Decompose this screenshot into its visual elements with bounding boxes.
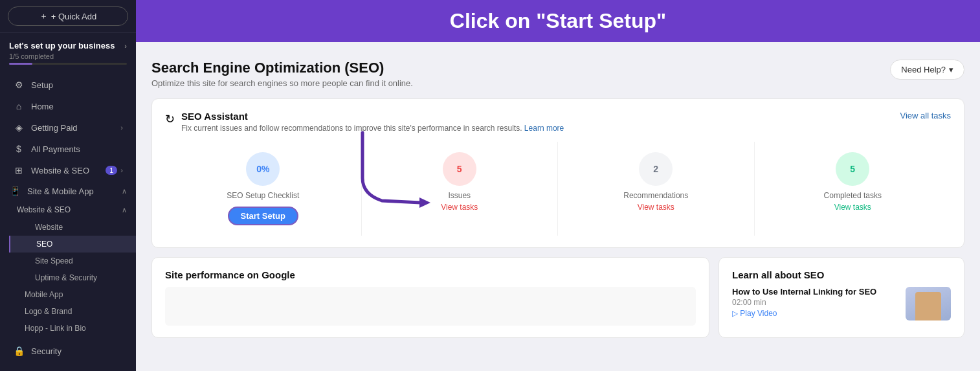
annotation-text: Click on "Start Setup": [450, 9, 666, 32]
progress-text: 1/5 completed: [9, 52, 127, 60]
video-item: How to Use Internal Linking for SEO 02:0…: [732, 287, 951, 320]
page-title: Search Engine Optimization (SEO): [151, 60, 413, 76]
stat-label-recommendations: Recommendations: [623, 191, 688, 200]
chevron-down-icon: ▾: [949, 65, 953, 74]
need-help-label: Need Help?: [901, 65, 946, 74]
view-tasks-completed-link[interactable]: View tasks: [834, 203, 871, 212]
progress-bar: [9, 63, 127, 65]
apps-icon: ⊞: [13, 165, 25, 175]
annotation-banner: Click on "Start Setup": [136, 0, 980, 42]
bottom-row: Site performance on Google Learn all abo…: [151, 257, 964, 347]
sidebar-item-uptime-security[interactable]: Uptime & Security: [9, 269, 136, 286]
stat-value-completed: 5: [850, 164, 855, 174]
stat-label-completed: Completed tasks: [824, 191, 882, 200]
seo-assistant-title: SEO Assistant: [181, 111, 564, 122]
sidebar-item-logo-brand[interactable]: Logo & Brand: [0, 303, 136, 320]
setup-label: Setup: [31, 80, 53, 90]
stat-item-completed: 5 Completed tasks View tasks: [755, 142, 952, 236]
stats-row: 0% SEO Setup Checklist Start Setup 5 Iss…: [165, 142, 951, 236]
quick-add-label: + Quick Add: [51, 12, 96, 21]
site-performance-title: Site performance on Google: [165, 269, 696, 280]
chevron-up-icon: ∧: [122, 206, 127, 214]
getting-paid-icon: ◈: [13, 122, 25, 133]
view-all-tasks-link[interactable]: View all tasks: [900, 111, 951, 120]
sidebar-item-mobile-app[interactable]: Mobile App: [0, 286, 136, 303]
site-mobile-label: Site & Mobile App: [27, 186, 94, 196]
play-video-link[interactable]: ▷ Play Video: [732, 309, 899, 318]
page-title-group: Search Engine Optimization (SEO) Optimiz…: [151, 60, 413, 88]
setup-icon: ⚙: [13, 80, 25, 90]
stat-value-issues: 5: [457, 164, 462, 174]
getting-paid-label: Getting Paid: [31, 123, 78, 133]
site-performance-card: Site performance on Google: [151, 257, 709, 338]
home-label: Home: [31, 102, 54, 111]
payments-icon: $: [13, 144, 25, 154]
stat-label-issues: Issues: [448, 191, 471, 200]
stat-item-issues: 5 Issues View tasks: [362, 142, 559, 236]
seo-assistant-card: ↻ SEO Assistant Fix current issues and f…: [151, 98, 964, 248]
need-help-button[interactable]: Need Help? ▾: [890, 60, 964, 80]
video-duration: 02:00 min: [732, 298, 899, 307]
page-header: Search Engine Optimization (SEO) Optimiz…: [151, 60, 964, 88]
sidebar-nav: ⚙ Setup ⌂ Home ◈ Getting Paid › $ All Pa…: [0, 70, 136, 371]
security-icon: 🔒: [13, 346, 25, 356]
home-icon: ⌂: [13, 101, 25, 111]
stat-circle-setup: 0%: [246, 152, 280, 186]
main-content: Search Engine Optimization (SEO) Optimiz…: [136, 47, 980, 360]
security-label: Security: [31, 346, 61, 356]
website-seo-group: Website & SEO ∧ Website SEO Site Speed U…: [0, 201, 136, 286]
chevron-right-icon: ›: [124, 42, 127, 50]
business-title: Let's set up your business ›: [9, 41, 127, 51]
site-mobile-icon: 📱: [9, 186, 21, 196]
start-setup-label: Start Setup: [241, 211, 285, 221]
sidebar-item-security[interactable]: 🔒 Security: [4, 341, 132, 361]
all-payments-label: All Payments: [31, 144, 80, 154]
sidebar-item-getting-paid[interactable]: ◈ Getting Paid ›: [4, 117, 132, 138]
page-subtitle: Optimize this site for search engines so…: [151, 78, 413, 88]
video-thumbnail: [906, 287, 951, 320]
sidebar-item-all-payments[interactable]: $ All Payments: [4, 139, 132, 159]
sidebar-item-site-speed[interactable]: Site Speed: [9, 253, 136, 269]
stat-item-recommendations: 2 Recommendations View tasks: [558, 142, 755, 236]
quick-add-button[interactable]: ＋ + Quick Add: [8, 6, 128, 26]
stat-item-setup: 0% SEO Setup Checklist Start Setup: [165, 142, 362, 236]
sidebar: ＋ + Quick Add Let's set up your business…: [0, 0, 136, 371]
seo-assistant-header: ↻ SEO Assistant Fix current issues and f…: [165, 111, 951, 133]
website-seo-label: Website & SEO: [17, 205, 71, 214]
chevron-right-icon: ›: [120, 166, 123, 174]
stat-circle-recommendations: 2: [639, 152, 673, 186]
sidebar-item-website[interactable]: Website: [9, 219, 136, 236]
sidebar-item-website-seo[interactable]: Website & SEO ∧: [9, 201, 136, 219]
learn-seo-card: Learn all about SEO How to Use Internal …: [718, 257, 964, 338]
stat-value-recommendations: 2: [653, 164, 658, 174]
plus-icon: ＋: [39, 10, 48, 22]
sidebar-item-home[interactable]: ⌂ Home: [4, 96, 132, 117]
performance-chart-placeholder: [165, 287, 696, 326]
video-title: How to Use Internal Linking for SEO: [732, 287, 899, 297]
sidebar-item-hopp[interactable]: Hopp - Link in Bio: [0, 320, 136, 337]
start-setup-button[interactable]: Start Setup: [228, 207, 298, 225]
progress-fill: [9, 63, 32, 65]
stat-circle-issues: 5: [443, 152, 476, 186]
view-tasks-recommendations-link[interactable]: View tasks: [638, 203, 674, 212]
chevron-right-icon: ›: [120, 124, 123, 131]
sidebar-item-apps[interactable]: ⊞ Website & SEO 1 ›: [4, 160, 132, 181]
stat-circle-completed: 5: [836, 152, 869, 186]
apps-badge: 1: [106, 166, 117, 175]
main-content-area: Click on "Start Setup" Search Engine Opt…: [136, 0, 980, 371]
sidebar-item-setup[interactable]: ⚙ Setup: [4, 74, 132, 95]
sidebar-business: Let's set up your business › 1/5 complet…: [0, 33, 136, 70]
sidebar-top: ＋ + Quick Add: [0, 0, 136, 33]
learn-more-link[interactable]: Learn more: [524, 124, 564, 133]
seo-assistant-desc: Fix current issues and follow recommenda…: [181, 124, 564, 133]
sidebar-item-site-mobile[interactable]: 📱 Site & Mobile App ∧: [0, 181, 136, 201]
sidebar-item-seo[interactable]: SEO: [9, 236, 136, 253]
stat-label-setup: SEO Setup Checklist: [227, 191, 299, 200]
chevron-up-icon: ∧: [122, 187, 127, 196]
view-tasks-issues-link[interactable]: View tasks: [441, 203, 478, 212]
seo-assistant-icon: ↻: [165, 112, 175, 126]
learn-seo-title: Learn all about SEO: [732, 269, 951, 280]
apps-label: Website & SEO: [31, 166, 89, 175]
stat-value-setup: 0%: [256, 164, 269, 174]
